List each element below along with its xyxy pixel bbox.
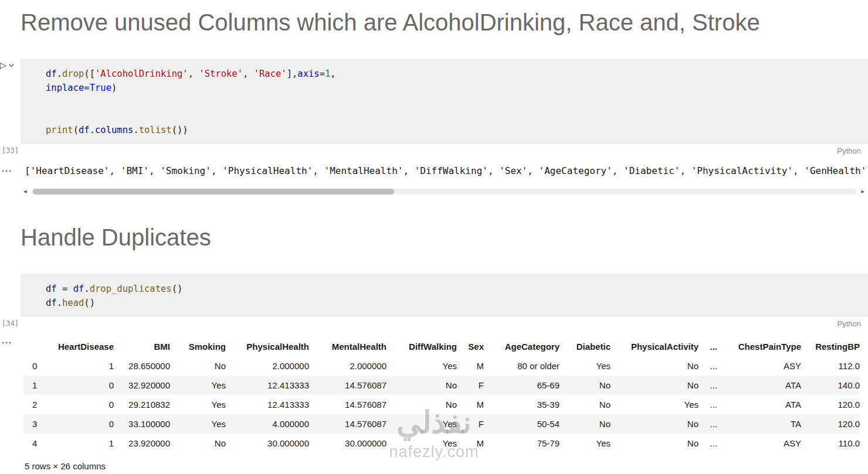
table-cell: Yes	[611, 395, 699, 414]
code-line: df = df.drop_duplicates()	[46, 282, 868, 296]
table-cell: 30.000000	[226, 434, 309, 453]
table-row: 3033.100000Yes4.00000014.576087YesF50-54…	[23, 414, 860, 434]
table-cell: TA	[717, 414, 801, 434]
table-cell: F	[457, 414, 484, 434]
table-cell: M	[457, 395, 484, 414]
table-row: 1032.920000Yes12.41333314.576087NoF65-69…	[23, 376, 860, 395]
table-cell: Yes	[386, 434, 457, 453]
execution-count-badge: [34]	[2, 319, 19, 328]
code-line	[46, 109, 868, 123]
table-cell: 2.000000	[309, 356, 386, 376]
markdown-heading-handle-duplicates: Handle Duplicates	[21, 223, 868, 251]
notebook-page: Remove unused Columns which are AlcoholD…	[0, 0, 868, 474]
cell-language-label[interactable]: Python	[838, 319, 861, 328]
code-token: .	[57, 298, 62, 308]
code-token: tolist	[139, 125, 172, 135]
code-token: .	[90, 125, 95, 135]
table-cell: Yes	[386, 414, 457, 434]
code-token: .	[133, 125, 138, 135]
table-cell: Yes	[170, 376, 226, 395]
table-cell: ATA	[717, 376, 801, 395]
code-cell-2[interactable]: df = df.drop_duplicates()df.head()	[21, 274, 868, 317]
table-cell: 28.650000	[114, 356, 170, 376]
code-token: ,	[330, 69, 335, 79]
table-cell: 33.100000	[114, 414, 170, 434]
code-cell-1[interactable]: ▷ df.drop(['AlcoholDrinking', 'Stroke', …	[21, 59, 868, 144]
table-cell: No	[611, 356, 699, 376]
table-cell: 2.000000	[226, 356, 309, 376]
execution-count-badge: [33]	[2, 146, 19, 155]
table-cell: 4.000000	[226, 414, 309, 434]
table-cell: 0	[48, 414, 114, 434]
scroll-left-icon[interactable]: ◂	[23, 187, 27, 195]
cell-language-label[interactable]: Python	[838, 146, 861, 155]
scrollbar-thumb[interactable]	[33, 189, 394, 195]
cell-2-output: ··· HeartDiseaseBMISmokingPhysicalHealth…	[0, 337, 868, 471]
table-cell: 65-69	[484, 376, 560, 395]
table-cell: ...	[699, 376, 717, 395]
column-header: RestingBP	[801, 337, 860, 356]
table-cell: 0	[23, 356, 48, 376]
table-row: 0128.650000No2.0000002.000000YesM80 or o…	[23, 356, 860, 376]
table-cell: ASY	[717, 434, 801, 453]
table-cell: 1	[48, 434, 114, 453]
code-token: head	[62, 298, 84, 308]
code-token: df	[46, 69, 57, 79]
table-cell: 14.576087	[309, 376, 386, 395]
column-header: Smoking	[170, 337, 226, 356]
table-cell: 30.000000	[309, 434, 386, 453]
code-line: inplace=True)	[46, 81, 868, 95]
table-cell: ...	[699, 395, 717, 414]
chevron-down-icon[interactable]	[8, 62, 15, 69]
dataframe-header-row: HeartDiseaseBMISmokingPhysicalHealthMent…	[23, 337, 860, 356]
run-cell-icon[interactable]: ▷	[0, 61, 6, 69]
code-token: =	[57, 284, 73, 294]
dataframe-table: HeartDiseaseBMISmokingPhysicalHealthMent…	[23, 337, 860, 453]
table-cell: 32.920000	[114, 376, 170, 395]
table-cell: 120.0	[801, 414, 860, 434]
column-header: MentalHealth	[309, 337, 386, 356]
dataframe-shape-label: 5 rows × 26 columns	[25, 461, 868, 471]
output-options-icon[interactable]: ···	[2, 166, 12, 175]
code-token: True	[90, 83, 111, 93]
table-cell: No	[611, 434, 699, 453]
code-editor-1[interactable]: df.drop(['AlcoholDrinking', 'Stroke', 'R…	[46, 67, 868, 137]
table-cell: ...	[699, 434, 717, 453]
table-cell: 140.0	[801, 376, 860, 395]
code-token: columns	[95, 125, 133, 135]
table-cell: 1	[23, 376, 48, 395]
cell-run-controls[interactable]: ▷	[0, 61, 20, 69]
table-cell: Yes	[170, 395, 226, 414]
code-token: .	[84, 284, 89, 294]
code-editor-2[interactable]: df = df.drop_duplicates()df.head()	[46, 282, 868, 310]
code-token: df	[73, 284, 84, 294]
horizontal-scrollbar[interactable]: ◂ ▸	[23, 188, 864, 195]
markdown-heading-remove-columns: Remove unused Columns which are AlcoholD…	[21, 8, 868, 36]
code-token: axis	[297, 69, 319, 79]
column-header: Sex	[457, 337, 484, 356]
table-cell: Yes	[386, 356, 457, 376]
code-token: .	[57, 69, 62, 79]
code-token: df	[46, 284, 57, 294]
table-row: 4123.920000No30.00000030.000000YesM75-79…	[23, 434, 860, 453]
table-cell: No	[611, 376, 699, 395]
table-cell: No	[386, 376, 457, 395]
table-cell: M	[457, 356, 484, 376]
scroll-right-icon[interactable]: ▸	[861, 187, 864, 195]
code-token: )	[111, 83, 117, 93]
column-header: ChestPainType	[717, 337, 801, 356]
code-line	[46, 95, 868, 109]
table-cell: 1	[48, 356, 114, 376]
table-cell: 14.576087	[309, 395, 386, 414]
column-header: PhysicalActivity	[611, 337, 699, 356]
code-token: df	[79, 125, 90, 135]
code-token: ()	[172, 284, 183, 294]
cell-1-output: ··· ['HeartDisease', 'BMI', 'Smoking', '…	[0, 165, 868, 176]
code-line: df.drop(['AlcoholDrinking', 'Stroke', 'R…	[46, 67, 868, 81]
table-cell: No	[560, 395, 611, 414]
table-cell: 75-79	[484, 434, 560, 453]
table-cell: ...	[699, 414, 717, 434]
code-token: 'AlcoholDrinking'	[95, 69, 188, 79]
code-token: inplace	[46, 83, 84, 93]
output-options-icon[interactable]: ···	[2, 338, 12, 347]
